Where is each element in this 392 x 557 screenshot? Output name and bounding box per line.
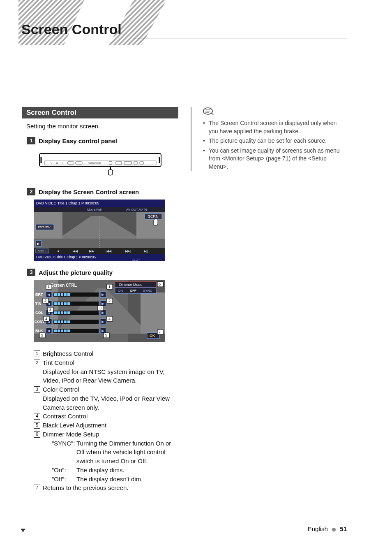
svg-text:1: 1 (108, 285, 111, 289)
svg-rect-83 (67, 302, 70, 305)
svg-text:⊙: ⊙ (56, 161, 58, 164)
bullet-icon: • (203, 137, 206, 145)
svg-text:DVD VIDEO   Title   1    Chap : DVD VIDEO Title 1 Chap 1 P 00:00:05 (36, 201, 99, 205)
svg-text:2: 2 (108, 299, 111, 303)
svg-text:▶: ▶ (101, 320, 104, 324)
mode-val: The display dims. (76, 466, 178, 475)
svg-rect-64 (54, 293, 57, 296)
page-title: Screen Control (21, 21, 122, 37)
note-item: •You can set image quality of screens su… (203, 147, 347, 171)
notes-rule (191, 107, 191, 171)
step-2: 2 Display the Screen Control screen (27, 188, 178, 195)
step-3: 3 Adjust the picture quality (27, 269, 178, 276)
note-item: •The Screen Control screen is displayed … (203, 119, 347, 135)
list-desc: Displayed for an NTSC system image on TV… (43, 367, 178, 385)
svg-text:▶▶: ▶▶ (89, 249, 95, 253)
list-item: 3Color ControlDisplayed on the TV, Video… (34, 385, 178, 412)
svg-text:DVD VIDEO    Title    1     Ch: DVD VIDEO Title 1 Chap 1 P 00:00:05 (36, 255, 96, 259)
page-footer: English 51 (308, 525, 347, 532)
svg-rect-63 (53, 292, 99, 297)
mode-val: Turning the Dimmer function On or Off wh… (76, 439, 178, 466)
svg-rect-124 (54, 330, 57, 332)
svg-rect-111 (61, 320, 63, 323)
svg-text:Dimmer   Mode: Dimmer Mode (119, 283, 143, 287)
list-item: 5Black Level Adjustment (34, 421, 178, 430)
picture-quality-screenshot: Screen CTRL Dimmer Mode ON OFF SYNC 6 BR… (34, 280, 165, 342)
svg-text:|◀◀: |◀◀ (106, 249, 112, 253)
list-text: Contrast Control (43, 412, 178, 421)
footer-language: English (308, 525, 328, 532)
svg-text:Mode:Full: Mode:Full (87, 208, 101, 211)
left-column: Screen Control Setting the monitor scree… (22, 107, 178, 492)
svg-rect-108 (53, 320, 99, 324)
section-heading: Screen Control (22, 107, 178, 118)
svg-rect-125 (58, 330, 60, 332)
svg-text:5: 5 (105, 333, 107, 337)
svg-text:EXT SW: EXT SW (38, 225, 51, 229)
svg-text:SRC: SRC (38, 250, 44, 253)
svg-text:4: 4 (108, 317, 111, 321)
svg-text:SYNC: SYNC (143, 289, 152, 292)
footer-page-number: 51 (340, 525, 347, 532)
svg-rect-113 (67, 320, 70, 323)
svg-text:TIN: TIN (35, 302, 42, 306)
svg-text:▶: ▶ (101, 329, 104, 333)
callout-list: 1Brightness Control 2Tint ControlDisplay… (34, 349, 178, 492)
list-item: 1Brightness Control (34, 349, 178, 358)
list-number: 6 (34, 431, 40, 438)
mode-key: "On": (52, 466, 76, 475)
svg-text:BLK: BLK (35, 329, 43, 333)
footer-dot-icon (332, 528, 336, 531)
svg-text:Screen CTRL: Screen CTRL (51, 283, 77, 288)
touch-hand-icon (154, 219, 158, 225)
step-label: Adjust the picture quality (39, 269, 113, 276)
svg-rect-112 (64, 320, 67, 323)
svg-text:▶: ▶ (101, 292, 104, 297)
bullet-icon: • (203, 119, 206, 135)
screen-control-screenshot: DVD VIDEO Title 1 Chap 1 P 00:00:05 Mode… (34, 200, 165, 261)
svg-text:OFF: OFF (130, 289, 136, 292)
device-panel-illustration: ▽⊙○ KENWOOD (39, 149, 162, 177)
svg-text:2: 2 (44, 299, 46, 303)
list-number: 2 (34, 360, 40, 366)
svg-rect-97 (64, 311, 67, 314)
list-text: Tint Control (43, 359, 74, 366)
bullet-icon: • (203, 147, 206, 171)
svg-rect-80 (58, 302, 60, 305)
svg-rect-127 (64, 330, 67, 332)
list-text: Color Control (43, 386, 79, 393)
svg-rect-126 (61, 330, 63, 332)
svg-text:KENWOOD: KENWOOD (88, 162, 101, 164)
svg-text:CONT: CONT (35, 320, 45, 324)
svg-rect-65 (58, 293, 60, 296)
mode-key: "Off": (52, 475, 76, 484)
mode-val: The display doesn't dim. (76, 475, 178, 484)
page-header: Screen Control (0, 0, 392, 45)
step-label: Display the Screen Control screen (39, 188, 139, 195)
svg-rect-82 (64, 302, 67, 305)
svg-rect-110 (58, 320, 60, 323)
svg-rect-79 (54, 302, 57, 305)
svg-rect-81 (61, 302, 63, 305)
svg-text:COL: COL (35, 311, 44, 315)
svg-text:7: 7 (159, 330, 161, 334)
svg-rect-93 (53, 311, 99, 315)
svg-text:◀: ◀ (47, 329, 50, 333)
step-label: Display Easy control panel (39, 137, 117, 144)
svg-text:1: 1 (48, 285, 50, 289)
svg-text:SCRN: SCRN (148, 214, 159, 218)
svg-rect-96 (61, 311, 63, 314)
svg-text:5: 5 (41, 333, 43, 337)
svg-text:BRT: BRT (35, 292, 43, 297)
note-text: The Screen Control screen is displayed o… (209, 119, 347, 135)
svg-text:▶: ▶ (101, 311, 104, 315)
svg-text:◀: ◀ (47, 292, 50, 297)
svg-rect-95 (58, 311, 60, 314)
svg-text:▶: ▶ (37, 242, 40, 246)
list-number: 5 (34, 422, 40, 429)
note-item: •The picture quality can be set for each… (203, 137, 347, 145)
svg-rect-98 (67, 311, 70, 314)
list-item: 4Contrast Control (34, 412, 178, 421)
svg-text:▶▶|: ▶▶| (125, 249, 131, 253)
svg-rect-94 (54, 311, 57, 314)
